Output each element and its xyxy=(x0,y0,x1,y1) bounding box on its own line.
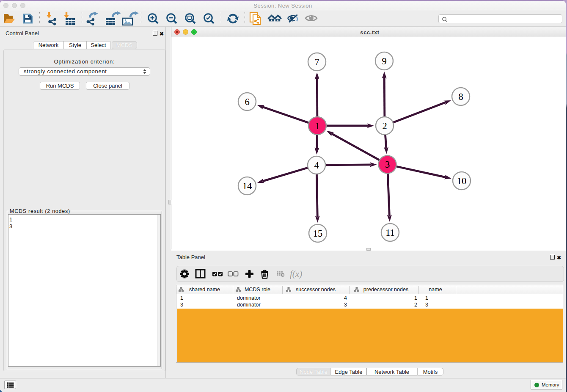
svg-text:10: 10 xyxy=(457,176,467,186)
svg-text:7: 7 xyxy=(314,57,319,67)
svg-text:8: 8 xyxy=(458,91,463,102)
svg-text:6: 6 xyxy=(245,97,249,107)
svg-text:f(x): f(x) xyxy=(290,269,302,279)
svg-text:9: 9 xyxy=(382,56,386,66)
svg-text:11: 11 xyxy=(385,227,395,238)
svg-text:14: 14 xyxy=(242,181,252,191)
svg-text:2: 2 xyxy=(382,121,387,131)
svg-text:3: 3 xyxy=(385,159,390,170)
svg-text:15: 15 xyxy=(313,228,323,239)
svg-text:4: 4 xyxy=(314,160,319,171)
svg-text:1: 1 xyxy=(315,121,319,131)
